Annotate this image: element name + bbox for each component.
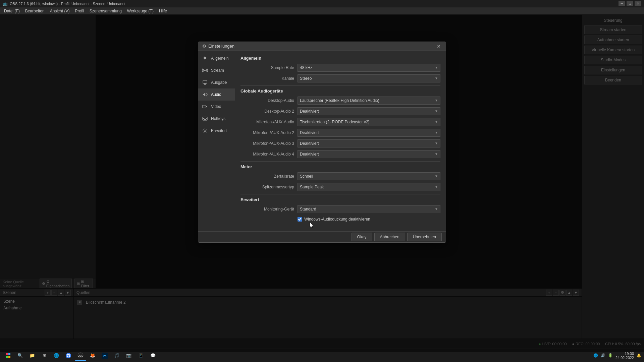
spitzenmesser-combo[interactable]: Sample Peak ▼	[298, 183, 440, 191]
nav-item-hotkeys[interactable]: Hotkeys	[198, 113, 235, 125]
mikrofon-aux2-label: Mikrofon-/AUX-Audio 2	[240, 130, 298, 135]
stream-nav-icon	[202, 67, 208, 74]
nav-item-video[interactable]: Video	[198, 101, 235, 113]
dialog-titlebar: ⚙ Einstellungen ✕	[198, 42, 446, 51]
sample-rate-label: Sample Rate	[240, 65, 298, 70]
mikrofon-aux4-combo[interactable]: Deaktiviert ▼	[298, 150, 440, 158]
kanaele-combo[interactable]: Stereo ▼	[298, 74, 440, 82]
meter-section-title: Meter	[240, 164, 440, 169]
windows-audio-label: Windows-Audioduckung deaktivieren	[304, 217, 370, 222]
divider-3	[240, 194, 440, 194]
allgemein-section-title: Allgemein	[240, 56, 440, 61]
chevron-down-icon-10: ▼	[435, 185, 438, 189]
svg-rect-12	[6, 353, 8, 355]
nav-item-allgemein[interactable]: Allgemein	[198, 52, 235, 64]
chevron-down-icon-6: ▼	[435, 131, 438, 134]
clock-date: 24.02.2022	[615, 356, 634, 360]
desktop-audio-label: Desktop-Audio	[240, 98, 298, 103]
mikrofon-aux3-combo[interactable]: Deaktiviert ▼	[298, 139, 440, 147]
nav-item-ausgabe[interactable]: Ausgabe	[198, 76, 235, 88]
mikrofon-aux3-label: Mikrofon-/AUX-Audio 3	[240, 141, 298, 146]
notification-icon[interactable]: 🔔	[637, 353, 641, 358]
title-bar-controls[interactable]: ─ □ ✕	[619, 1, 641, 6]
kanaele-label: Kanäle	[240, 76, 298, 81]
taskbar-clock: 19:00 24.02.2022	[615, 352, 634, 360]
menu-item-werkzeuget[interactable]: Werkzeuge (T)	[124, 8, 156, 14]
sample-rate-combo[interactable]: 48 kHz ▼	[298, 64, 440, 72]
dialog-content: Allgemein Sample Rate 48 kHz ▼ Kanäle	[235, 51, 446, 231]
uebernehmen-button[interactable]: Übernehmen	[407, 233, 442, 241]
svg-rect-15	[8, 356, 10, 358]
mikrofon-aux3-control: Deaktiviert ▼	[298, 139, 440, 147]
video-nav-icon	[202, 103, 208, 110]
dialog-sidebar: Allgemein Stream	[198, 51, 235, 231]
desktop-audio2-label: Desktop-Audio 2	[240, 109, 298, 114]
menu-item-szenensammlung[interactable]: Szenensammlung	[87, 8, 124, 14]
maximize-button[interactable]: □	[627, 1, 633, 6]
zerfallsrate-label: Zerfallsrate	[240, 174, 298, 179]
okay-button[interactable]: Okay	[352, 233, 372, 241]
zerfallsrate-combo[interactable]: Schnell ▼	[298, 172, 440, 180]
mikrofon-aux2-combo[interactable]: Deaktiviert ▼	[298, 129, 440, 137]
nav-allgemein-label: Allgemein	[211, 56, 229, 61]
svg-text:OBS: OBS	[78, 354, 84, 357]
windows-audio-control: Windows-Audioduckung deaktivieren	[298, 217, 440, 223]
dialog-body: Allgemein Stream	[198, 51, 446, 231]
chevron-down-icon-8: ▼	[435, 152, 438, 156]
svg-rect-10	[204, 119, 206, 120]
menu-item-bearbeiten[interactable]: Bearbeiten	[22, 8, 47, 14]
zerfallsrate-row: Zerfallsrate Schnell ▼	[240, 172, 440, 181]
sample-rate-row: Sample Rate 48 kHz ▼	[240, 63, 440, 72]
svg-rect-7	[203, 118, 204, 119]
settings-dialog: ⚙ Einstellungen ✕	[198, 42, 446, 243]
advanced-nav-icon	[202, 127, 208, 134]
svg-rect-3	[204, 84, 206, 85]
nav-item-audio[interactable]: Audio	[198, 88, 235, 101]
dialog-overlay: ⚙ Einstellungen ✕	[0, 15, 644, 352]
svg-text:Ps: Ps	[103, 354, 106, 358]
globale-audio-title: Globale Audiogeräte	[240, 88, 440, 94]
svg-rect-4	[204, 83, 206, 84]
clock-time: 19:00	[615, 352, 634, 356]
main-area: Keine Quelle ausgewählt ⚙ ⚙ Eigenschafte…	[0, 15, 644, 352]
abbrechen-button[interactable]: Abbrechen	[374, 233, 405, 241]
menu-item-profil[interactable]: Profil	[72, 8, 87, 14]
zerfallsrate-control: Schnell ▼	[298, 172, 440, 180]
nav-item-stream[interactable]: Stream	[198, 64, 235, 76]
menu-item-ansichtv[interactable]: Ansicht (V)	[47, 8, 72, 14]
monitoring-control: Standard ▼	[298, 205, 440, 213]
desktop-audio-combo[interactable]: Lautsprecher (Realtek High Definition Au…	[298, 97, 440, 105]
menu-bar: Datei (F)BearbeitenAnsicht (V)ProfilSzen…	[0, 7, 644, 15]
chevron-down-icon-11: ▼	[435, 207, 438, 211]
mikrofon-aux-control: Tischmikrofon (2- RODE Podcaster v2) ▼	[298, 118, 440, 126]
nav-item-erweitert[interactable]: Erweitert	[198, 125, 235, 137]
mikrofon-aux2-row: Mikrofon-/AUX-Audio 2 Deaktiviert ▼	[240, 128, 440, 137]
monitoring-combo[interactable]: Standard ▼	[298, 205, 440, 213]
windows-audio-checkbox-row: Windows-Audioduckung deaktivieren	[298, 217, 440, 222]
menu-item-hilfe[interactable]: Hilfe	[156, 8, 170, 14]
monitoring-row: Monitoring-Gerät Standard ▼	[240, 205, 440, 214]
audio-nav-icon	[202, 91, 208, 98]
kanaele-control: Stereo ▼	[298, 74, 440, 82]
minimize-button[interactable]: ─	[619, 1, 625, 6]
menu-item-dateif[interactable]: Datei (F)	[1, 8, 22, 14]
title-bar-left: 📺 OBS 27.1.3 (64-bit, windows) - Profil:…	[3, 1, 125, 6]
chevron-down-icon-9: ▼	[435, 174, 438, 178]
network-icon: 🌐	[593, 353, 598, 358]
nav-video-label: Video	[211, 104, 221, 109]
chevron-down-icon-5: ▼	[435, 120, 438, 124]
desktop-audio-row: Desktop-Audio Lautsprecher (Realtek High…	[240, 96, 440, 105]
output-nav-icon	[202, 79, 208, 86]
chevron-down-icon-7: ▼	[435, 141, 438, 145]
desktop-audio2-control: Deaktiviert ▼	[298, 107, 440, 115]
mikrofon-aux-combo[interactable]: Tischmikrofon (2- RODE Podcaster v2) ▼	[298, 118, 440, 126]
window-close-button[interactable]: ✕	[635, 1, 641, 6]
windows-audio-checkbox[interactable]	[298, 217, 302, 222]
desktop-audio2-combo[interactable]: Deaktiviert ▼	[298, 107, 440, 115]
nav-stream-label: Stream	[211, 68, 224, 73]
chevron-down-icon-2: ▼	[435, 76, 438, 80]
dialog-title-text: ⚙ Einstellungen	[202, 44, 234, 49]
kanaele-row: Kanäle Stereo ▼	[240, 74, 440, 83]
dialog-close-button[interactable]: ✕	[436, 43, 442, 49]
chevron-down-icon-4: ▼	[435, 109, 438, 113]
